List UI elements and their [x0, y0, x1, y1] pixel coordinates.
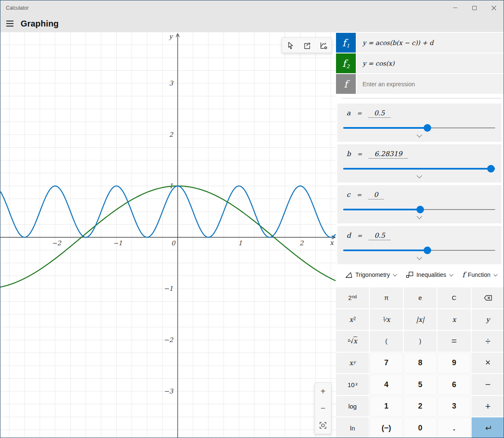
chevron-down-icon: [393, 272, 397, 276]
ln-button[interactable]: ln: [336, 417, 369, 438]
log-button[interactable]: log: [336, 396, 369, 417]
slider-a-thumb[interactable]: [424, 124, 431, 132]
y-button[interactable]: y: [472, 309, 504, 330]
x-button[interactable]: x: [437, 309, 470, 330]
slider-a-value[interactable]: 0.5: [368, 109, 390, 118]
slider-b-expand-chevron-icon[interactable]: [417, 173, 422, 178]
svg-text:1: 1: [238, 239, 243, 247]
slider-c-value[interactable]: 0: [368, 191, 384, 199]
ten-power-x-button[interactable]: 10x: [336, 374, 369, 395]
equals-button[interactable]: =: [437, 331, 470, 352]
six-button[interactable]: 6: [437, 374, 470, 395]
two-button[interactable]: 2: [404, 396, 437, 417]
header: Graphing: [0, 15, 504, 32]
side-panel: f1 y = acos(b(x − c)) + d f2 y = cos(x) …: [336, 32, 504, 438]
x-squared-button[interactable]: x2: [336, 309, 369, 330]
svg-text:x: x: [330, 239, 334, 247]
add-button[interactable]: +: [472, 396, 504, 417]
calculator-window: Calculator Graphing −2−1012321−1−2−3xy: [0, 0, 504, 438]
slider-c-expand-chevron-icon[interactable]: [417, 214, 422, 219]
svg-text:2: 2: [299, 239, 304, 247]
x-power-y-button[interactable]: xy: [336, 353, 369, 374]
slider-d-expand-chevron-icon[interactable]: [417, 255, 422, 260]
graph-options-button[interactable]: [315, 38, 331, 53]
three-button[interactable]: 3: [437, 396, 470, 417]
function-1-badge[interactable]: f1: [336, 33, 356, 53]
subtract-button[interactable]: −: [472, 374, 504, 395]
function-2-badge[interactable]: f2: [336, 53, 356, 73]
maximize-button[interactable]: [465, 0, 484, 15]
slider-d-value[interactable]: 0.5: [368, 231, 391, 240]
slider-a-track[interactable]: [343, 124, 495, 132]
zoom-in-button[interactable]: +: [315, 383, 331, 400]
zoom-out-button[interactable]: −: [315, 400, 331, 417]
function-2-expression[interactable]: y = cos(x): [357, 53, 504, 73]
function-row-2: f2 y = cos(x): [336, 53, 504, 73]
decimal-button[interactable]: .: [437, 417, 470, 438]
abs-button[interactable]: |x|: [404, 309, 437, 330]
four-button[interactable]: 4: [370, 374, 403, 395]
function-row-3: f Enter an expression: [336, 74, 504, 94]
close-button[interactable]: [484, 0, 504, 15]
close-paren-button[interactable]: ): [404, 331, 437, 352]
slider-a-expand-chevron-icon[interactable]: [417, 132, 422, 138]
keypad: 2ndπeCx21⁄x|x|xy²√x()=÷xy789×10x456−log1…: [336, 287, 504, 438]
fit-view-button[interactable]: [315, 417, 331, 434]
triangle-icon: [345, 272, 352, 278]
tab-inequalities[interactable]: Inequalities: [401, 269, 457, 281]
graph-canvas[interactable]: −2−1012321−1−2−3xy: [0, 32, 336, 438]
hamburger-icon: [6, 21, 13, 21]
slider-b: b = 6.28319: [337, 144, 501, 183]
divide-button[interactable]: ÷: [472, 331, 504, 352]
keypad-tabs: Trigonometry Inequalities f Function: [340, 267, 504, 283]
share-icon: [302, 41, 312, 50]
slider-b-track[interactable]: [343, 165, 495, 173]
trace-button[interactable]: [282, 38, 299, 53]
app-title: Calculator: [6, 5, 445, 11]
slider-b-thumb[interactable]: [487, 165, 495, 173]
trace-icon: [286, 41, 295, 50]
backspace-icon: [483, 294, 493, 302]
function-3-badge[interactable]: f: [336, 74, 356, 94]
slider-c-thumb[interactable]: [416, 206, 424, 213]
close-icon: [491, 5, 496, 11]
title-bar: Calculator: [0, 0, 504, 15]
multiply-button[interactable]: ×: [472, 353, 504, 374]
enter-button[interactable]: [472, 417, 504, 438]
tab-trigonometry[interactable]: Trigonometry: [340, 269, 401, 281]
function-1-expression[interactable]: y = acos(b(x − c)) + d: [357, 33, 504, 53]
svg-text:0: 0: [171, 239, 176, 247]
minimize-button[interactable]: [445, 0, 465, 15]
negate-button[interactable]: (−): [370, 417, 403, 438]
nine-button[interactable]: 9: [437, 353, 470, 374]
zero-button[interactable]: 0: [404, 417, 437, 438]
maximize-icon: [472, 6, 477, 10]
clear-button[interactable]: C: [437, 287, 470, 308]
curve-f2[interactable]: [0, 186, 336, 287]
share-button[interactable]: [299, 38, 315, 53]
graph-options-icon: [319, 41, 328, 50]
pi-button[interactable]: π: [370, 287, 403, 308]
slider-d-track[interactable]: [343, 247, 495, 254]
graph-area: −2−1012321−1−2−3xy + −: [0, 32, 336, 438]
svg-text:y: y: [169, 33, 174, 40]
five-button[interactable]: 5: [404, 374, 437, 395]
root-button[interactable]: ²√x: [336, 331, 369, 352]
slider-d-thumb[interactable]: [424, 247, 431, 254]
euler-button[interactable]: e: [404, 287, 437, 308]
tab-function[interactable]: f Function: [457, 268, 501, 281]
slider-c-track[interactable]: [343, 206, 495, 213]
reciprocal-button[interactable]: 1⁄x: [370, 309, 403, 330]
function-3-expression-input[interactable]: Enter an expression: [357, 74, 504, 94]
slider-b-value[interactable]: 6.28319: [368, 150, 408, 159]
open-paren-button[interactable]: (: [370, 331, 403, 352]
backspace-button[interactable]: [472, 287, 504, 308]
menu-button[interactable]: [1, 16, 18, 31]
seven-button[interactable]: 7: [370, 353, 403, 374]
second-button[interactable]: 2nd: [336, 287, 369, 308]
one-button[interactable]: 1: [370, 396, 403, 417]
svg-text:−1: −1: [113, 239, 122, 247]
slider-a: a = 0.5: [337, 104, 501, 142]
panel-divider: [341, 98, 501, 98]
eight-button[interactable]: 8: [404, 353, 437, 374]
